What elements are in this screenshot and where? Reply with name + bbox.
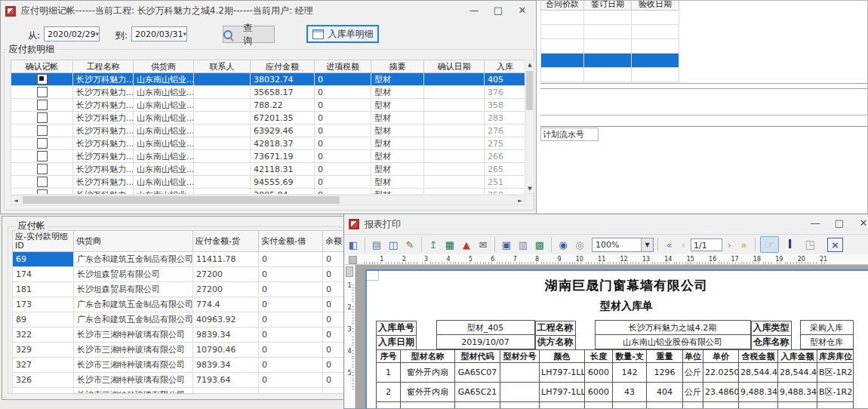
minimize-button[interactable]: —	[462, 2, 486, 19]
zoom-out-icon[interactable]: ◎	[571, 237, 588, 252]
payable-row[interactable]: 长沙万科魅力... 山东南山铝业... 63929.46 0 型材 276	[11, 125, 526, 137]
maximize-button[interactable]: □	[827, 215, 851, 232]
pdf-export-icon[interactable]: ▲	[458, 237, 475, 252]
page-setup-book-icon[interactable]: ◫	[385, 237, 402, 252]
chevron-down-icon[interactable]: ▾	[95, 30, 99, 38]
contract-row[interactable]	[541, 11, 679, 25]
excel-export-icon[interactable]: ▦	[442, 237, 458, 252]
confirm-checkbox[interactable]	[37, 74, 48, 85]
payable-row[interactable]: 长沙万科魅力... 山东南山铝业... 42818.37 0 型材 275	[11, 137, 526, 150]
column-header: 单位	[683, 350, 703, 363]
cell-accept-date	[632, 54, 679, 68]
confirm-checkbox[interactable]	[37, 177, 48, 187]
receipt-detail-button[interactable]: 入库单明细	[306, 25, 379, 43]
first-page-icon[interactable]: «	[662, 238, 676, 251]
save-icon[interactable]: ▣	[494, 237, 515, 252]
design-tools-icon[interactable]: ✎	[402, 237, 418, 252]
account-row[interactable]: 329 长沙市三湘特种玻璃有限公司 10790.46 0 0	[13, 343, 356, 358]
prev-page-icon[interactable]: ‹	[676, 238, 691, 251]
account-row[interactable]: 322 长沙市三湘特种玻璃有限公司 9839.34 0 0	[13, 328, 356, 343]
copy-icon[interactable]: ◳	[801, 236, 820, 253]
page-number-box[interactable]: 1/1	[691, 238, 722, 251]
from-date-combo[interactable]: 2020/02/29 ▾	[44, 26, 100, 42]
chevron-down-icon[interactable]: ▾	[183, 30, 186, 38]
print-icon[interactable]: ▤	[365, 237, 385, 252]
chevron-down-icon[interactable]: ▼	[641, 238, 653, 251]
close-preview-icon[interactable]: ×	[827, 238, 843, 252]
payable-row[interactable]: 长沙万科魅力... 山东南山铝业... 788.22 0 型材 358	[11, 99, 526, 112]
payable-row[interactable]: 长沙万科魅力... 山东南山铝业... 94555.69 0 型材 251	[11, 176, 526, 189]
account-row[interactable]: 326 长沙市三湘特种玻璃有限公司 7193.64 0 0	[13, 373, 356, 388]
last-page-icon[interactable]: »	[737, 238, 751, 251]
column-header: 进项税额	[315, 60, 371, 73]
payable-row[interactable]: 长沙万科魅力... 山东南山铝业... 3895.84 0 型材 250	[11, 189, 526, 195]
payable-row[interactable]: 长沙万科魅力... 山东南山铝业... 67201.35 0 型材 283	[11, 112, 526, 125]
ruler-number: 16	[694, 256, 716, 264]
cell-project: 长沙万科魅力...	[73, 86, 134, 99]
plan-serial-field[interactable]: 计划流水号	[540, 128, 599, 141]
to-date-combo[interactable]: 2020/03/31 ▾	[131, 26, 187, 42]
hand-tool-icon[interactable]: ☞	[760, 236, 779, 253]
next-page-icon[interactable]: ›	[722, 238, 737, 251]
account-row[interactable]: 174 长沙坦森贸易有限公司 27200 0 0	[13, 267, 356, 282]
payable-row[interactable]: 长沙万科魅力... 山东南山铝业... 42118.31 0 型材 265	[11, 163, 526, 176]
confirm-checkbox[interactable]	[37, 164, 48, 174]
window-icon	[312, 29, 324, 39]
payable-row[interactable]: 长沙万科魅力... 山东南山铝业... 73671.19 0 型材 266	[11, 150, 526, 163]
account-row[interactable]: 69 广东合和建筑五金制品有限公司 11411.78 0 0	[13, 252, 356, 267]
account-row[interactable]: 181 长沙坦森贸易有限公司 27200 0 0	[13, 282, 356, 297]
text-select-icon[interactable]: I	[780, 236, 799, 253]
media-export-icon[interactable]: ▩	[531, 237, 548, 252]
vertical-scrollbar[interactable]: ▲ ▼	[525, 60, 534, 194]
scroll-left-icon[interactable]: ◄	[11, 196, 20, 205]
detail-row: 2 窗外开内扇 GA65C21 LH797-1LL 6000 43 404 公斤…	[377, 383, 854, 402]
contract-row[interactable]	[541, 54, 679, 68]
scroll-right-icon[interactable]: ►	[516, 196, 525, 205]
cell-supplier: 广东合和建筑五金制品有限公司	[74, 312, 193, 328]
horizontal-scrollbar[interactable]: ◄ ►	[11, 195, 525, 205]
scroll-up-icon[interactable]: ▲	[525, 60, 534, 69]
contract-row[interactable]	[541, 39, 679, 54]
cell-detail-id: 327	[13, 358, 74, 373]
account-row[interactable]: 173 广东合和建筑五金制品有限公司 774.4 0 0	[13, 297, 356, 312]
cell-supplier: 长沙坦森贸易有限公司	[74, 282, 193, 297]
confirm-checkbox[interactable]	[37, 189, 48, 194]
confirm-checkbox[interactable]	[37, 151, 48, 161]
title-bar[interactable]: 报表打印	[344, 214, 868, 234]
confirm-checkbox[interactable]	[37, 100, 48, 110]
contract-row[interactable]	[541, 68, 679, 82]
zoom-select[interactable]: 100% ▼	[592, 238, 654, 252]
cell-sign-date	[584, 68, 632, 82]
maximize-button[interactable]: □	[486, 2, 510, 19]
confirm-checkbox[interactable]	[37, 87, 48, 97]
zoom-in-icon[interactable]: ◉	[551, 237, 571, 252]
payable-row[interactable]: 长沙万科魅力... 山东南山铝业... 35658.17 0 型材 376	[11, 86, 526, 99]
document-icon[interactable]: ▥	[515, 237, 531, 252]
mail-export-icon[interactable]: ✉	[475, 237, 491, 252]
preview-area[interactable]: 12345 湖南巨晟门窗幕墙有限公司 型材入库单 入库单号 型材_405 工程名…	[345, 265, 868, 408]
export-file-icon[interactable]: ↥	[421, 237, 442, 252]
close-button[interactable]: ✕	[510, 2, 534, 19]
cell-supplier: 广东合和建筑五金制品有限公司	[74, 252, 193, 267]
title-bar[interactable]: 应付明细记帐------当前工程: 长沙万科魅力之城4.2期------当前用户…	[1, 1, 536, 21]
payable-detail-table[interactable]: 确认记帐工程名称供货商联系人应付金额进项税额摘要确认日期入库 长沙万科魅力...…	[11, 60, 525, 194]
scroll-down-icon[interactable]: ▼	[525, 184, 534, 193]
ruler-number: 15	[672, 256, 694, 264]
close-button[interactable]: ✕	[851, 215, 868, 232]
account-row[interactable]: 89 广东合和建筑五金制品有限公司 40963.92 0 0	[13, 312, 356, 328]
contract-row[interactable]	[541, 25, 679, 39]
column-header: 合同价款	[541, 0, 584, 11]
confirm-checkbox[interactable]	[37, 125, 48, 136]
query-button[interactable]: 查 询	[223, 26, 275, 43]
payable-account-table[interactable]: 应-实付款明细ID供货商应付金额-货实付金额-借余额 69 广东合和建筑五金制品…	[12, 230, 355, 394]
export-panel-icon[interactable]: ◧	[345, 237, 362, 252]
account-row[interactable]: 长沙市三湘特种玻璃有限公司	[13, 388, 356, 395]
column-header: 入库金额	[778, 350, 817, 363]
confirm-checkbox[interactable]	[37, 138, 48, 149]
info-row: 入库日期 2019/10/07 供方名称 山东南山铝业股份有限公司 仓库名称 型…	[376, 335, 853, 349]
payable-row[interactable]: 长沙万科魅力... 山东南山铝业... 38032.74 0 型材 405	[11, 73, 526, 86]
minimize-button[interactable]: —	[803, 215, 827, 232]
confirm-checkbox[interactable]	[37, 112, 48, 123]
contract-table[interactable]: 合同价款签订日期验收日期	[540, 0, 679, 82]
account-row[interactable]: 327 长沙市三湘特种玻璃有限公司 9839.34 0 0	[13, 358, 356, 373]
